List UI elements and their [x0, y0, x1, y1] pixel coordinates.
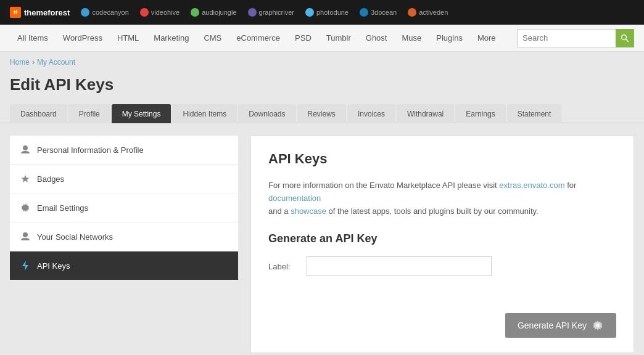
search-icon: [621, 34, 629, 43]
svg-line-1: [626, 39, 629, 42]
search-input[interactable]: [517, 29, 616, 47]
tab-my-settings[interactable]: My Settings: [112, 104, 171, 123]
tab-invoices[interactable]: Invoices: [347, 104, 395, 123]
nav-all-items[interactable]: All Items: [10, 25, 56, 51]
sidebar-item-label: API Keys: [37, 261, 70, 271]
top-bar-label: videohive: [151, 9, 180, 16]
tabs: Dashboard Profile My Settings Hidden Ite…: [0, 104, 644, 123]
top-bar: tf themeforest codecanyon videohive audi…: [0, 0, 644, 25]
top-bar-3docean[interactable]: 3docean: [355, 0, 402, 25]
search-box: [517, 29, 634, 47]
top-bar-graphicriver[interactable]: graphicriver: [243, 0, 299, 25]
top-bar-photodune[interactable]: photodune: [300, 0, 353, 25]
main-content: API Keys For more information on the Env…: [250, 136, 634, 353]
breadcrumb-home[interactable]: Home: [10, 58, 30, 67]
label-field-label: Label:: [268, 262, 299, 271]
generate-api-key-title: Generate an API Key: [268, 232, 616, 245]
svg-point-0: [622, 35, 627, 39]
sidebar-item-email-settings[interactable]: Email Settings: [10, 194, 238, 222]
tab-withdrawal[interactable]: Withdrawal: [397, 104, 454, 123]
logo[interactable]: tf themeforest: [5, 7, 75, 18]
tab-dashboard[interactable]: Dashboard: [10, 104, 67, 123]
codecanyon-icon: [81, 8, 89, 17]
tab-downloads[interactable]: Downloads: [238, 104, 295, 123]
videohive-icon: [140, 8, 149, 17]
top-bar-label: graphicriver: [259, 9, 294, 16]
nav-html[interactable]: HTML: [110, 25, 146, 51]
sidebar-item-label: Personal Information & Profile: [37, 145, 144, 155]
logo-icon: tf: [10, 7, 21, 18]
sidebar-item-label: Badges: [37, 174, 64, 184]
nav-ghost[interactable]: Ghost: [358, 25, 395, 51]
top-bar-label: activeden: [419, 9, 448, 16]
info-text: For more information on the Envato Marke…: [268, 179, 616, 218]
nav-wordpress[interactable]: WordPress: [56, 25, 110, 51]
nav-ecommerce[interactable]: eCommerce: [229, 25, 287, 51]
sidebar-item-label: Your Social Networks: [37, 232, 113, 242]
showcase-link[interactable]: showcase: [291, 206, 326, 216]
tab-statement[interactable]: Statement: [507, 104, 562, 123]
top-bar-activeden[interactable]: activeden: [403, 0, 453, 25]
sidebar-item-label: Email Settings: [37, 203, 88, 213]
3docean-icon: [360, 8, 368, 17]
label-input[interactable]: [307, 256, 492, 276]
breadcrumb-account[interactable]: My Account: [37, 58, 75, 67]
nav-muse[interactable]: Muse: [394, 25, 429, 51]
nav-psd[interactable]: PSD: [287, 25, 319, 51]
svg-point-5: [23, 232, 28, 237]
nav-marketing[interactable]: Marketing: [146, 25, 196, 51]
top-bar-audiojungle[interactable]: audiojungle: [186, 0, 241, 25]
sidebar: Personal Information & Profile Badges Em…: [10, 136, 238, 353]
bolt-icon: [20, 260, 31, 271]
documentation-link[interactable]: documentation: [268, 194, 321, 203]
svg-marker-3: [22, 175, 30, 182]
top-bar-label: codecanyon: [92, 9, 128, 16]
label-form-row: Label:: [268, 256, 616, 276]
content-area: Personal Information & Profile Badges Em…: [0, 123, 644, 355]
breadcrumb: Home › My Account: [0, 52, 644, 73]
top-bar-label: 3docean: [371, 9, 397, 16]
sidebar-item-social-networks[interactable]: Your Social Networks: [10, 222, 238, 251]
tab-reviews[interactable]: Reviews: [297, 104, 346, 123]
audiojungle-icon: [191, 8, 199, 17]
top-bar-videohive[interactable]: videohive: [135, 0, 184, 25]
nav-more[interactable]: More: [470, 25, 503, 51]
tab-earnings[interactable]: Earnings: [455, 104, 505, 123]
sidebar-item-personal-info[interactable]: Personal Information & Profile: [10, 136, 238, 165]
section-title: API Keys: [268, 151, 616, 167]
sidebar-item-api-keys[interactable]: API Keys: [10, 251, 238, 280]
gear-icon: [592, 319, 604, 332]
nav-plugins[interactable]: Plugins: [429, 25, 470, 51]
photodune-icon: [305, 8, 314, 17]
search-button[interactable]: [616, 29, 634, 47]
nav-cms[interactable]: CMS: [196, 25, 229, 51]
generate-btn-label: Generate API Key: [518, 320, 587, 330]
logo-label: themeforest: [24, 8, 70, 17]
top-bar-label: audiojungle: [202, 9, 236, 16]
sidebar-item-badges[interactable]: Badges: [10, 165, 238, 194]
svg-marker-6: [22, 261, 28, 271]
top-bar-label: photodune: [316, 9, 349, 16]
page-title: Edit API Keys: [0, 73, 644, 104]
activeden-icon: [408, 8, 416, 17]
main-nav: All Items WordPress HTML Marketing CMS e…: [0, 25, 644, 52]
generate-api-key-button[interactable]: Generate API Key: [505, 313, 616, 338]
extras-envato-link[interactable]: extras.envato.com: [499, 181, 564, 190]
tab-profile[interactable]: Profile: [68, 104, 110, 123]
gear-icon: [20, 202, 31, 213]
tab-hidden-items[interactable]: Hidden Items: [172, 104, 237, 123]
user-icon: [20, 144, 31, 155]
top-bar-codecanyon[interactable]: codecanyon: [76, 0, 133, 25]
nav-tumblr[interactable]: Tumblr: [319, 25, 358, 51]
star-icon: [20, 173, 31, 184]
svg-point-2: [23, 145, 28, 150]
user-social-icon: [20, 231, 31, 242]
graphicriver-icon: [248, 8, 257, 17]
breadcrumb-sep: ›: [32, 58, 35, 67]
